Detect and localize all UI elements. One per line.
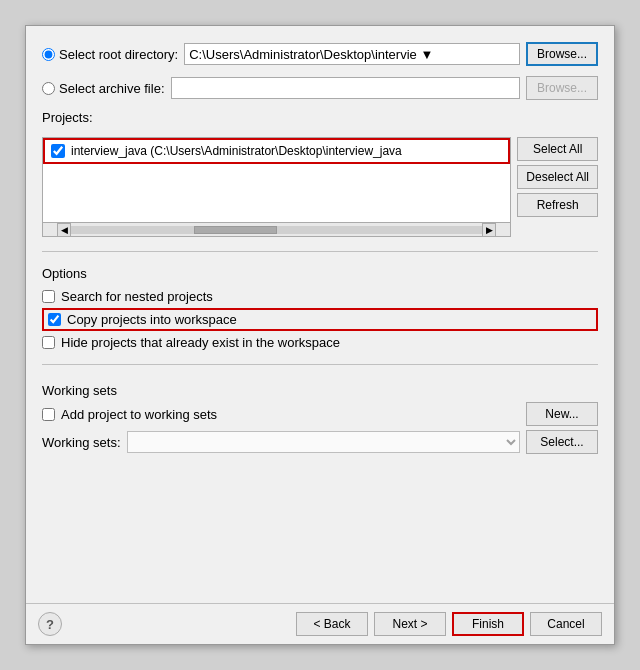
working-sets-title: Working sets bbox=[42, 383, 598, 398]
help-button[interactable]: ? bbox=[38, 612, 62, 636]
root-dir-label: Select root directory: bbox=[59, 47, 178, 62]
root-dir-radio-label[interactable]: Select root directory: bbox=[42, 47, 178, 62]
dialog-footer: ? < Back Next > Finish Cancel bbox=[26, 603, 614, 644]
archive-file-label: Select archive file: bbox=[59, 81, 165, 96]
back-button[interactable]: < Back bbox=[296, 612, 368, 636]
select-sets-button[interactable]: Select... bbox=[526, 430, 598, 454]
scrollbar-track[interactable] bbox=[71, 226, 482, 234]
root-dir-radio[interactable] bbox=[42, 48, 55, 61]
search-nested-checkbox[interactable] bbox=[42, 290, 55, 303]
scrollbar-thumb[interactable] bbox=[194, 226, 276, 234]
working-sets-label: Working sets: bbox=[42, 435, 121, 450]
projects-label: Projects: bbox=[42, 110, 598, 125]
hide-existing-row: Hide projects that already exist in the … bbox=[42, 335, 598, 350]
archive-file-radio[interactable] bbox=[42, 82, 55, 95]
divider-2 bbox=[42, 364, 598, 365]
deselect-all-button[interactable]: Deselect All bbox=[517, 165, 598, 189]
working-sets-add-row: Add project to working sets New... bbox=[42, 402, 598, 426]
archive-file-input[interactable] bbox=[171, 77, 521, 99]
root-dir-row: Select root directory: Browse... bbox=[42, 42, 598, 66]
working-sets-select[interactable] bbox=[127, 431, 520, 453]
new-working-set-button[interactable]: New... bbox=[526, 402, 598, 426]
projects-side-buttons: Select All Deselect All Refresh bbox=[517, 137, 598, 217]
horizontal-scrollbar[interactable]: ◀ ▶ bbox=[43, 222, 510, 236]
projects-list-inner: interview_java (C:\Users\Administrator\D… bbox=[43, 138, 510, 222]
add-to-sets-checkbox[interactable] bbox=[42, 408, 55, 421]
cancel-button[interactable]: Cancel bbox=[530, 612, 602, 636]
root-dir-browse-button[interactable]: Browse... bbox=[526, 42, 598, 66]
options-title: Options bbox=[42, 266, 598, 281]
select-all-button[interactable]: Select All bbox=[517, 137, 598, 161]
root-dir-input[interactable] bbox=[184, 43, 520, 65]
hide-existing-checkbox[interactable] bbox=[42, 336, 55, 349]
dialog-body: Select root directory: Browse... Select … bbox=[26, 26, 614, 603]
archive-file-radio-label[interactable]: Select archive file: bbox=[42, 81, 165, 96]
search-nested-label: Search for nested projects bbox=[61, 289, 213, 304]
project-item-text: interview_java (C:\Users\Administrator\D… bbox=[71, 144, 402, 158]
projects-list[interactable]: interview_java (C:\Users\Administrator\D… bbox=[42, 137, 511, 237]
copy-projects-label: Copy projects into workspace bbox=[67, 312, 237, 327]
archive-file-browse-button[interactable]: Browse... bbox=[526, 76, 598, 100]
scroll-right-button[interactable]: ▶ bbox=[482, 223, 496, 237]
options-section: Options Search for nested projects Copy … bbox=[42, 266, 598, 350]
copy-projects-checkbox[interactable] bbox=[48, 313, 61, 326]
finish-button[interactable]: Finish bbox=[452, 612, 524, 636]
hide-existing-label: Hide projects that already exist in the … bbox=[61, 335, 340, 350]
project-item[interactable]: interview_java (C:\Users\Administrator\D… bbox=[43, 138, 510, 164]
working-sets-section: Working sets Add project to working sets… bbox=[42, 383, 598, 454]
add-to-sets-label: Add project to working sets bbox=[61, 407, 217, 422]
spacer bbox=[42, 464, 598, 595]
divider-1 bbox=[42, 251, 598, 252]
scroll-left-button[interactable]: ◀ bbox=[57, 223, 71, 237]
copy-projects-row: Copy projects into workspace bbox=[42, 308, 598, 331]
projects-section: interview_java (C:\Users\Administrator\D… bbox=[42, 137, 598, 237]
import-dialog: Select root directory: Browse... Select … bbox=[25, 25, 615, 645]
archive-file-row: Select archive file: Browse... bbox=[42, 76, 598, 100]
working-sets-input-row: Working sets: Select... bbox=[42, 430, 598, 454]
refresh-button[interactable]: Refresh bbox=[517, 193, 598, 217]
search-nested-row: Search for nested projects bbox=[42, 289, 598, 304]
project-checkbox[interactable] bbox=[51, 144, 65, 158]
next-button[interactable]: Next > bbox=[374, 612, 446, 636]
add-to-sets-row: Add project to working sets bbox=[42, 407, 520, 422]
